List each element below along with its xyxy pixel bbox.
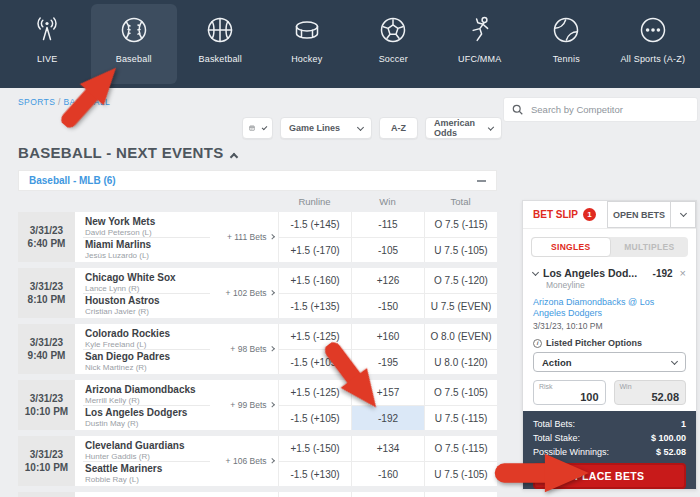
odds-cell[interactable]: O 7.5 (-105) [424, 380, 497, 405]
risk-input[interactable] [534, 391, 605, 403]
odds-cell[interactable]: O 7.5 (-115) [424, 212, 497, 237]
game-row: 3/31/236:40 PM New York MetsDavid Peters… [18, 212, 497, 262]
odds-cell[interactable]: U 7.5 (-105) [424, 461, 497, 486]
divider [83, 349, 210, 350]
calendar-icon [249, 122, 255, 134]
odds-cell[interactable]: U 7.5 (-105) [424, 237, 497, 262]
win-value: 52.08 [615, 391, 686, 403]
filter-bar: Game Lines A-Z American Odds [242, 117, 502, 139]
chevron-down-icon [262, 124, 268, 130]
odds-cell[interactable]: +134 [351, 436, 424, 461]
odds-format-dropdown[interactable]: American Odds [425, 117, 502, 139]
collapse-slip-button[interactable] [671, 201, 696, 228]
odds-cell[interactable]: O 7.5 (-115) [424, 436, 497, 461]
nav-tab-ufc-mma[interactable]: UFC/MMA [437, 4, 523, 84]
event-datetime: 3/31/23, 10:10 PM [533, 321, 686, 331]
chevron-right-icon [269, 459, 274, 464]
search-icon [512, 104, 524, 116]
sort-az-button[interactable]: A-Z [379, 117, 418, 139]
stake-fields: Risk Win 52.08 [533, 380, 686, 405]
game-teams: New York MetsDavid Peterson (L) + 111 Be… [75, 212, 278, 262]
slip-mode-toggle: SINGLES MULTIPLES [531, 237, 688, 257]
risk-field: Risk [533, 380, 606, 405]
nav-label: LIVE [37, 54, 57, 64]
more-bets-link[interactable]: + 99 Bets [230, 400, 273, 410]
nav-label: Tennis [553, 54, 580, 64]
nav-tab-soccer[interactable]: Soccer [350, 4, 436, 84]
nav-tab-hockey[interactable]: Hockey [264, 4, 350, 84]
more-bets-link[interactable]: + 111 Bets [227, 232, 273, 242]
divider [83, 461, 210, 462]
divider [83, 293, 210, 294]
nav-tab-basketball[interactable]: Basketball [177, 4, 263, 84]
odds-cell[interactable]: +1.5 (-170) [278, 237, 351, 262]
odds-cell[interactable]: U 7.5 (EVEN) [424, 293, 497, 318]
odds-cell[interactable]: -150 [351, 293, 424, 318]
odds-cell[interactable]: -1.5 (+130) [278, 461, 351, 486]
odds-column-headers: Runline Win Total [18, 191, 497, 212]
more-bets-link[interactable]: + 102 Bets [226, 288, 273, 298]
team-home: Miami MarlinsJesús Luzardo (L) [85, 239, 208, 260]
odds-cell[interactable]: +1.5 (-150) [278, 436, 351, 461]
total-bets-label: Total Bets: [533, 417, 575, 431]
odds-cell[interactable]: U 8.0 (-120) [424, 349, 497, 374]
live-antenna-icon [32, 15, 62, 45]
tab-bet-slip[interactable]: BET SLIP 1 [523, 201, 607, 228]
odds-cell[interactable]: -115 [351, 212, 424, 237]
nav-tab-all-sports[interactable]: All Sports (A-Z) [610, 4, 696, 84]
selection-odds: -192 [653, 268, 673, 279]
odds-cell[interactable]: -160 [351, 461, 424, 486]
chevron-down-icon [488, 124, 494, 130]
singles-toggle[interactable]: SINGLES [531, 237, 611, 257]
total-bets-value: 1 [681, 417, 686, 431]
possible-winnings-value: $ 52.08 [656, 445, 686, 459]
nav-label: Hockey [291, 54, 322, 64]
game-date: 3/31/239:40 PM [18, 324, 75, 374]
team-home: Los Angeles DodgersDustin May (R) [85, 407, 208, 428]
risk-label: Risk [539, 383, 553, 390]
search-input[interactable] [531, 104, 689, 115]
total-stake-label: Total Stake: [533, 431, 580, 445]
odds-cell[interactable]: O 7.5 (-120) [424, 268, 497, 293]
odds-cell[interactable]: O 8.0 (EVEN) [424, 324, 497, 349]
total-stake-value: $ 100.00 [651, 431, 686, 445]
competitor-search [503, 97, 698, 122]
more-bets-link[interactable]: + 98 Bets [230, 344, 273, 354]
odds-cell[interactable]: -1.5 (+105) [278, 405, 351, 430]
game-teams: Cleveland GuardiansHunter Gaddis (R) + 1… [75, 436, 278, 486]
odds-cell[interactable]: +126 [351, 268, 424, 293]
game-teams: Arizona DiamondbacksMerrill Kelly (R) + … [75, 380, 278, 430]
odds-cell[interactable]: -1.5 (+145) [278, 212, 351, 237]
nav-tab-live[interactable]: LIVE [4, 4, 90, 84]
soccer-ball-icon [378, 15, 408, 45]
odds-cell[interactable]: +1.5 (-160) [278, 268, 351, 293]
game-lines-dropdown[interactable]: Game Lines [280, 117, 372, 139]
game-row: 3/31/2310:10 PM Arizona DiamondbacksMerr… [18, 380, 497, 430]
league-header[interactable]: Baseball - MLB (6) [18, 170, 497, 191]
collapse-section-caret[interactable] [229, 153, 237, 161]
collapse-minus-icon[interactable] [477, 180, 486, 182]
game-date: 3/31/2310:10 PM [18, 436, 75, 486]
odds-cell[interactable]: -105 [351, 237, 424, 262]
hockey-puck-icon [292, 15, 322, 45]
team-away: New York MetsDavid Peterson (L) [85, 216, 208, 237]
basketball-icon [205, 15, 235, 45]
nav-label: All Sports (A-Z) [620, 54, 685, 64]
games-table: 3/31/236:40 PM New York MetsDavid Peters… [18, 212, 497, 497]
breadcrumb-sports-link[interactable]: SPORTS [18, 97, 55, 107]
odds-cell[interactable]: +160 [351, 324, 424, 349]
pitcher-action-select[interactable]: Action [533, 352, 686, 372]
chevron-down-icon[interactable] [532, 268, 539, 275]
event-link[interactable]: Arizona Diamondbacks @ Los Angeles Dodge… [533, 297, 686, 319]
more-bets-link[interactable]: + 106 Bets [226, 456, 273, 466]
column-total: Total [424, 196, 497, 207]
multiples-toggle[interactable]: MULTIPLES [611, 237, 689, 257]
odds-cell[interactable]: -1.5 (+135) [278, 293, 351, 318]
tab-open-bets[interactable]: OPEN BETS [607, 201, 671, 228]
odds-cell[interactable]: U 7.5 (-115) [424, 405, 497, 430]
nav-tab-tennis[interactable]: Tennis [523, 4, 609, 84]
nav-label: Basketball [198, 54, 242, 64]
date-filter-button[interactable] [242, 117, 273, 139]
chevron-down-icon [679, 210, 686, 217]
remove-selection-icon[interactable]: × [680, 268, 686, 278]
